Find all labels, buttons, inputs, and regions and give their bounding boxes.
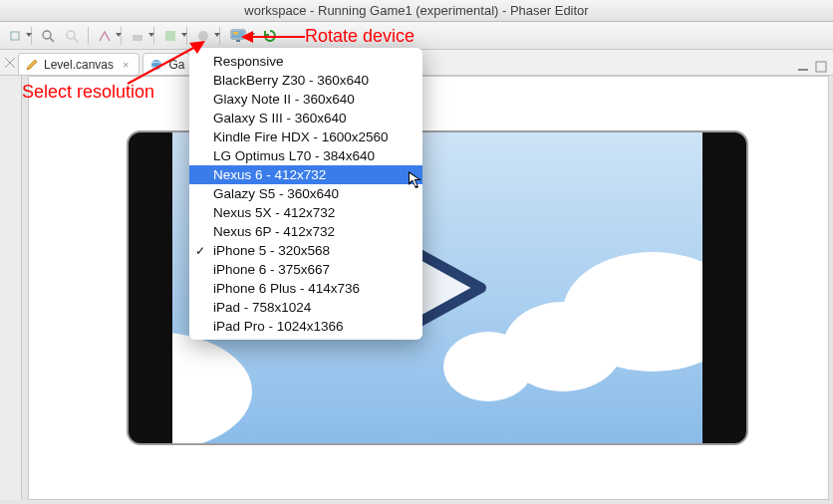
pencil-icon (25, 58, 39, 72)
toolbar-btn-6[interactable] (159, 25, 181, 47)
tab-overflow-left[interactable] (2, 51, 18, 75)
resolution-option[interactable]: Galaxy S III - 360x640 (189, 109, 422, 127)
svg-point-3 (67, 31, 75, 39)
editor-area (28, 76, 829, 500)
resolution-option[interactable]: iPhone 6 - 375x667 (189, 260, 422, 279)
toolbar-btn-1[interactable] (4, 25, 26, 47)
resolution-option[interactable]: Galazy S5 - 360x640 (189, 184, 422, 203)
minimize-view-icon[interactable] (795, 59, 811, 75)
window-title: workspace - Running Game1 (experimental)… (244, 3, 588, 18)
resolution-option[interactable]: Glaxy Note II - 360x640 (189, 90, 422, 109)
toolbar-zoom-in[interactable] (37, 25, 59, 47)
rotate-device-button[interactable] (259, 25, 281, 47)
globe-icon (149, 58, 163, 72)
monitor-icon (230, 28, 246, 44)
annotation-select: Select resolution (22, 82, 154, 103)
resolution-option[interactable]: iPad - 758x1024 (189, 298, 422, 317)
file-tab-label: Ga (168, 58, 184, 72)
device-resolution-button[interactable] (227, 25, 249, 47)
check-icon: ✓ (195, 242, 205, 261)
file-tab-game[interactable]: Ga (142, 53, 189, 75)
maximize-view-icon[interactable] (813, 59, 829, 75)
file-tab-level[interactable]: Level.canvas × (18, 53, 139, 75)
svg-rect-10 (233, 32, 238, 35)
file-tab-label: Level.canvas (44, 58, 114, 72)
toolbar-separator (88, 27, 89, 45)
svg-rect-16 (816, 62, 826, 72)
svg-line-4 (74, 38, 78, 42)
resolution-option[interactable]: Kindle Fire HDX - 1600x2560 (189, 127, 422, 146)
resolution-option[interactable]: Nexus 6 - 412x732 (189, 165, 422, 184)
main-toolbar (0, 22, 833, 50)
svg-rect-11 (236, 40, 240, 42)
svg-rect-6 (165, 31, 175, 41)
svg-point-1 (43, 31, 51, 39)
resolution-option[interactable]: iPad Pro - 1024x1366 (189, 317, 422, 336)
resolution-dropdown: ResponsiveBlackBerry Z30 - 360x640Glaxy … (189, 48, 422, 340)
svg-line-2 (50, 38, 54, 42)
window-titlebar: workspace - Running Game1 (experimental)… (0, 0, 833, 22)
toolbar-zoom-out[interactable] (61, 25, 83, 47)
resolution-option[interactable]: LG Optimus L70 - 384x640 (189, 146, 422, 165)
resolution-option[interactable]: iPhone 5 - 320x568✓ (189, 241, 422, 260)
resolution-option[interactable]: iPhone 6 Plus - 414x736 (189, 279, 422, 298)
svg-point-7 (198, 31, 208, 41)
toolbar-btn-5[interactable] (127, 25, 148, 47)
svg-point-14 (151, 60, 161, 70)
close-icon[interactable]: × (123, 59, 129, 71)
resolution-option[interactable]: Nexus 5X - 412x732 (189, 203, 422, 222)
toolbar-btn-7[interactable] (192, 25, 214, 47)
annotation-rotate: Rotate device (305, 26, 415, 47)
resolution-option[interactable]: Responsive (189, 52, 422, 71)
cloud-shape (172, 332, 252, 443)
svg-rect-5 (133, 35, 142, 41)
svg-rect-0 (11, 32, 19, 40)
left-sidebar (0, 76, 22, 500)
resolution-option[interactable]: BlackBerry Z30 - 360x640 (189, 71, 422, 90)
svg-rect-15 (798, 69, 808, 71)
resolution-option[interactable]: Nexus 6P - 412x732 (189, 222, 422, 241)
toolbar-btn-4[interactable] (94, 25, 116, 47)
rotate-icon (262, 28, 278, 44)
mouse-cursor-icon (408, 170, 423, 190)
